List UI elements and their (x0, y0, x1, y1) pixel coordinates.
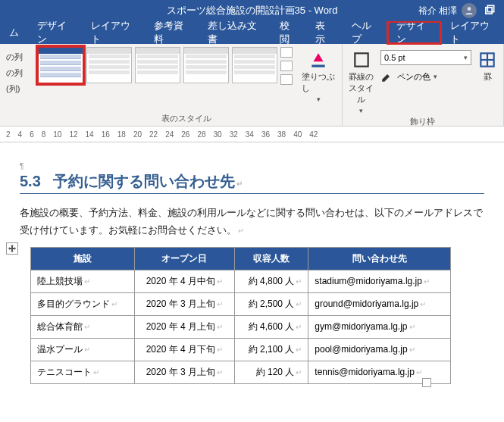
pen-weight-select[interactable]: 0.5 pt ▾ (380, 50, 471, 65)
tab-校閲[interactable]: 校閲 (271, 21, 307, 44)
cell-open: 2020 年 3 月上旬↵ (134, 292, 234, 315)
table-row[interactable]: 総合体育館↵2020 年 4 月上旬↵約 4,600 人↵gym@midoriy… (31, 315, 451, 338)
body-paragraph: 各施設の概要、予約方法、料金、施設の利用ルールなどに関する問い合わせは、以下のメ… (20, 204, 484, 239)
cell-cap: 約 120 人↵ (234, 361, 308, 383)
user-area: 裕介 相澤 (418, 3, 496, 18)
style-option[interactable]: の列 (6, 52, 32, 63)
tab-表示[interactable]: 表示 (306, 21, 343, 44)
user-name: 裕介 相澤 (418, 5, 457, 17)
borders-button[interactable]: 罫 (477, 47, 497, 114)
table-styles-gallery[interactable] (38, 47, 277, 83)
table-resize-handle[interactable] (422, 378, 431, 387)
svg-rect-3 (312, 65, 325, 67)
chevron-down-icon: ▾ (359, 107, 363, 114)
gallery-more[interactable] (280, 74, 293, 85)
table-header: 収容人数 (234, 247, 308, 270)
cell-contact: pool@midoriyama.lg.jp↵ (308, 338, 451, 361)
gallery-scroll-up[interactable] (280, 47, 293, 58)
table-row[interactable]: テニスコート↵2020 年 3 月上旬↵約 120 人↵tennis@midor… (31, 361, 451, 383)
cell-cap: 約 2,100 人↵ (234, 338, 308, 361)
table-style-options: の列の列(列) (6, 47, 32, 95)
table-header: オープン日 (134, 247, 234, 270)
cell-open: 2020 年 4 月上旬↵ (134, 315, 234, 338)
svg-rect-4 (355, 53, 368, 66)
cell-name: テニスコート↵ (31, 361, 135, 383)
svg-rect-2 (487, 5, 493, 11)
table-header: 施設 (31, 247, 135, 270)
gallery-scroll-down[interactable] (280, 61, 293, 71)
cell-open: 2020 年 4 月中旬↵ (134, 270, 234, 292)
style-option[interactable]: (列) (6, 83, 32, 95)
table-header: 問い合わせ先 (308, 247, 451, 270)
table-row[interactable]: 陸上競技場↵2020 年 4 月中旬↵約 4,800 人↵stadium@mid… (31, 270, 451, 292)
cell-contact: gym@midoriyama.lg.jp↵ (308, 315, 451, 338)
cell-open: 2020 年 4 月下旬↵ (134, 338, 234, 361)
heading-text: 予約に関する問い合わせ先 (53, 173, 235, 189)
chevron-down-icon: ▾ (434, 73, 437, 80)
border-style-label: 罫線の スタイル (349, 71, 374, 105)
cell-contact: stadium@midoriyama.lg.jp↵ (308, 270, 451, 292)
heading: 5.3 予約に関する問い合わせ先↵ (20, 171, 484, 194)
tab-ヘルプ[interactable]: ヘルプ (343, 21, 387, 44)
style-option[interactable]: の列 (6, 67, 32, 79)
tab-レイアウト[interactable]: レイアウト (82, 21, 145, 44)
pen-color-button[interactable]: ペンの色 ▾ (380, 70, 471, 83)
chevron-down-icon: ▾ (464, 54, 468, 61)
cell-cap: 約 2,500 人↵ (234, 292, 308, 315)
shading-button[interactable]: 塗りつぶし ▾ (302, 47, 336, 103)
pen-weight-value: 0.5 pt (384, 53, 405, 62)
tab-差し込み文書[interactable]: 差し込み文書 (199, 21, 271, 44)
table-row[interactable]: 多目的グラウンド↵2020 年 3 月上旬↵約 2,500 人↵ground@m… (31, 292, 451, 315)
table-style-thumb-selected[interactable] (38, 47, 83, 83)
svg-rect-1 (486, 8, 492, 14)
user-avatar-icon[interactable] (462, 3, 477, 18)
cell-name: 温水プール↵ (31, 338, 135, 361)
cell-name: 総合体育館↵ (31, 315, 135, 338)
tab-参考資料[interactable]: 参考資料 (145, 21, 199, 44)
cell-name: 多目的グラウンド↵ (31, 292, 135, 315)
cell-cap: 約 4,800 人↵ (234, 270, 308, 292)
tab-レイアウト[interactable]: レイアウト (441, 21, 504, 44)
table-style-thumb[interactable] (135, 47, 180, 83)
table-style-thumb[interactable] (183, 47, 229, 83)
heading-number: 5.3 (20, 173, 41, 189)
tab-デザイン[interactable]: デザイン (387, 21, 441, 44)
ribbon: の列の列(列) 塗りつぶし ▾ 表のスタイ (0, 44, 504, 127)
cell-name: 陸上競技場↵ (31, 270, 135, 292)
cell-open: 2020 年 3 月上旬↵ (134, 361, 234, 383)
ribbon-tabs: ムデザインレイアウト参考資料差し込み文書校閲表示ヘルプデザインレイアウト (0, 21, 504, 44)
cell-contact: ground@midoriyama.lg.jp↵ (308, 292, 451, 315)
document-area[interactable]: ¶ 5.3 予約に関する問い合わせ先↵ 各施設の概要、予約方法、料金、施設の利用… (0, 142, 504, 392)
table-style-thumb[interactable] (232, 47, 277, 83)
shading-label: 塗りつぶし (302, 71, 336, 94)
paragraph-mark: ¶ (20, 162, 23, 170)
border-style-button[interactable]: 罫線の スタイル ▾ (349, 47, 374, 114)
cell-cap: 約 4,600 人↵ (234, 315, 308, 338)
horizontal-ruler[interactable]: 24681012141618202224262830323436384042 (0, 127, 504, 142)
table-move-handle-icon[interactable] (6, 242, 18, 255)
table-style-thumb[interactable] (86, 47, 132, 83)
tab-ム[interactable]: ム (0, 21, 28, 44)
borders-group-label: 飾り枠 (349, 114, 497, 127)
pen-color-label: ペンの色 (397, 71, 430, 83)
title-bar: スポーツ総合施設の開設計画35 - Word 裕介 相澤 (0, 0, 504, 21)
window-title: スポーツ総合施設の開設計画35 - Word (167, 4, 338, 17)
table-row[interactable]: 温水プール↵2020 年 4 月下旬↵約 2,100 人↵pool@midori… (31, 338, 451, 361)
contact-table[interactable]: 施設オープン日収容人数問い合わせ先 陸上競技場↵2020 年 4 月中旬↵約 4… (30, 247, 451, 384)
svg-point-0 (468, 7, 471, 11)
window-restore-icon[interactable] (481, 3, 496, 18)
borders-label: 罫 (484, 71, 492, 83)
tab-デザイン[interactable]: デザイン (28, 21, 82, 44)
table-styles-group-label: 表のスタイル (38, 111, 336, 124)
chevron-down-icon: ▾ (317, 95, 321, 103)
